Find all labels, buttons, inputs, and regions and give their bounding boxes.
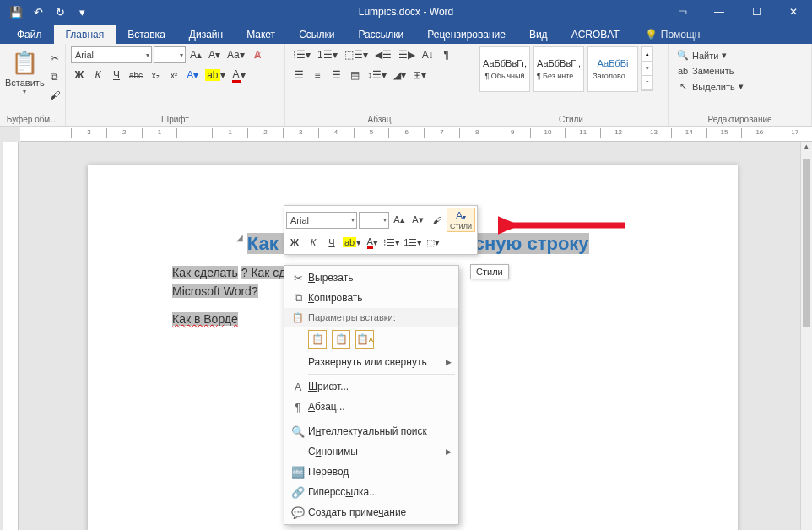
tab-design[interactable]: Дизайн	[177, 25, 235, 44]
underline-button[interactable]: Ч	[108, 67, 125, 84]
multilevel-icon[interactable]: ⬚☰▾	[342, 46, 371, 63]
mini-highlight-icon[interactable]: ab▾	[342, 234, 362, 251]
tab-insert[interactable]: Вставка	[116, 25, 177, 44]
styles-scroll-down-icon[interactable]: ▾	[642, 62, 652, 76]
horizontal-ruler[interactable]: 3211234567891011121314151617	[20, 127, 812, 142]
vertical-scrollbar[interactable]: ▴	[800, 142, 812, 530]
mini-italic-button[interactable]: К	[305, 234, 322, 251]
body-text[interactable]: Как сделать	[172, 266, 238, 279]
tab-home[interactable]: Главная	[54, 25, 116, 44]
numbering-icon[interactable]: 1☰▾	[315, 46, 340, 63]
undo-icon[interactable]: ↶	[29, 3, 47, 21]
grow-font-icon[interactable]: A▴	[187, 46, 204, 63]
ctx-synonyms[interactable]: Синонимы▶	[284, 441, 458, 462]
bullets-icon[interactable]: ⁝☰▾	[290, 46, 313, 63]
save-icon[interactable]: 💾	[7, 3, 25, 21]
mini-grow-font-icon[interactable]: A▴	[391, 212, 408, 229]
mini-bullets-icon[interactable]: ⁝☰▾	[382, 234, 401, 251]
subscript-button[interactable]: x₂	[147, 67, 164, 84]
font-name-combo[interactable]: Arial▾	[71, 46, 152, 63]
font-size-combo[interactable]: ▾	[154, 46, 186, 63]
scrollbar-thumb[interactable]	[803, 159, 810, 327]
ctx-cut[interactable]: ✂Вырезать	[284, 268, 458, 288]
scroll-up-icon[interactable]: ▴	[801, 142, 812, 150]
ctx-copy[interactable]: ⧉Копировать	[284, 288, 458, 308]
mini-underline-button[interactable]: Ч	[323, 234, 340, 251]
italic-button[interactable]: К	[89, 67, 106, 84]
body-text[interactable]: Microsoft Word?	[172, 284, 258, 298]
paste-button[interactable]: 📋 Вставить ▾	[5, 46, 45, 95]
ribbon-options-icon[interactable]: ▭	[663, 0, 701, 24]
strike-button[interactable]: abc	[127, 67, 145, 84]
highlight-icon[interactable]: ab▾	[203, 67, 227, 84]
borders-icon[interactable]: ⊞▾	[410, 67, 429, 84]
ctx-smart-lookup[interactable]: 🔍Интеллектуальный поиск	[284, 421, 458, 441]
ctx-new-comment[interactable]: 💬Создать примечание	[284, 502, 458, 522]
tab-acrobat[interactable]: ACROBAT	[560, 25, 631, 44]
text-effects-icon[interactable]: A▾	[184, 67, 201, 84]
title-bar: 💾 ↶ ↻ ▾ Lumpics.docx - Word ▭ — ☐ ✕	[0, 0, 812, 24]
close-icon[interactable]: ✕	[775, 0, 812, 24]
font-dialog-icon: A	[288, 381, 308, 393]
align-left-icon[interactable]: ☰	[290, 67, 307, 84]
align-center-icon[interactable]: ≡	[309, 67, 326, 84]
redo-icon[interactable]: ↻	[51, 3, 69, 21]
clipboard-icon: 📋	[5, 50, 45, 76]
tab-mailings[interactable]: Рассылки	[346, 25, 415, 44]
paste-text-only-icon[interactable]: 📋A	[355, 330, 374, 349]
style-nospacing[interactable]: АаБбВвГг, ¶ Без инте…	[533, 46, 584, 92]
tell-me-field[interactable]: 💡 Помощн	[638, 25, 707, 44]
ctx-translate[interactable]: 🔤Перевод	[284, 462, 458, 482]
sort-icon[interactable]: A↓	[420, 46, 436, 63]
mini-styles-button[interactable]: A▾ Стили	[447, 208, 475, 232]
mini-font-color-icon[interactable]: A▾	[364, 234, 381, 251]
superscript-button[interactable]: x²	[165, 67, 182, 84]
maximize-icon[interactable]: ☐	[738, 0, 775, 24]
show-marks-icon[interactable]: ¶	[438, 46, 455, 63]
replace-button[interactable]: abЗаменить	[674, 64, 737, 78]
ctx-expand-collapse[interactable]: Развернуть или свернуть▶	[284, 352, 458, 372]
copy-icon[interactable]: ⧉	[46, 68, 63, 85]
mini-size-combo[interactable]: ▾	[359, 212, 389, 229]
styles-gallery-stepper[interactable]: ▴ ▾ ⁼	[641, 46, 653, 91]
mini-font-combo[interactable]: Arial▾	[286, 212, 357, 229]
paste-merge-icon[interactable]: 📋	[332, 330, 350, 349]
qat-customize-icon[interactable]: ▾	[73, 3, 91, 21]
body-text[interactable]: Как в Ворде	[172, 312, 238, 326]
tab-review[interactable]: Рецензирование	[415, 25, 517, 44]
shrink-font-icon[interactable]: A▾	[206, 46, 223, 63]
tab-layout[interactable]: Макет	[235, 25, 287, 44]
bold-button[interactable]: Ж	[71, 67, 88, 84]
tab-file[interactable]: Файл	[5, 25, 54, 44]
styles-expand-icon[interactable]: ⁼	[642, 76, 652, 90]
mini-shrink-font-icon[interactable]: A▾	[409, 212, 426, 229]
format-painter-icon[interactable]: 🖌	[46, 87, 63, 104]
find-button[interactable]: 🔍Найти ▾	[674, 48, 730, 62]
line-spacing-icon[interactable]: ↕☰▾	[365, 67, 389, 84]
style-heading1[interactable]: АаБбВі Заголово…	[587, 46, 638, 92]
select-button[interactable]: ↖Выделить ▾	[674, 79, 747, 94]
justify-icon[interactable]: ▤	[346, 67, 363, 84]
cut-icon[interactable]: ✂	[46, 50, 63, 67]
tab-view[interactable]: Вид	[517, 25, 560, 44]
tab-references[interactable]: Ссылки	[287, 25, 346, 44]
mini-numbering-icon[interactable]: 1☰▾	[403, 234, 423, 251]
font-color-icon[interactable]: A▾	[230, 67, 248, 84]
styles-scroll-up-icon[interactable]: ▴	[642, 47, 652, 62]
minimize-icon[interactable]: —	[701, 0, 738, 24]
mini-bold-button[interactable]: Ж	[286, 234, 303, 251]
decrease-indent-icon[interactable]: ◀☰	[372, 46, 394, 63]
clear-formatting-icon[interactable]: A̷	[249, 46, 266, 63]
mini-format-painter-icon[interactable]: 🖌	[428, 212, 445, 229]
align-right-icon[interactable]: ☰	[328, 67, 344, 84]
change-case-icon[interactable]: Aa▾	[225, 46, 247, 63]
ctx-hyperlink[interactable]: 🔗Гиперссылка...	[284, 482, 458, 502]
vertical-ruler[interactable]	[3, 142, 19, 530]
style-normal[interactable]: АаБбВвГг, ¶ Обычный	[479, 46, 530, 92]
increase-indent-icon[interactable]: ☰▶	[396, 46, 418, 63]
shading-icon[interactable]: ◢▾	[391, 67, 409, 84]
paste-keep-source-icon[interactable]: 📋	[308, 330, 327, 349]
ctx-font[interactable]: AШрифт...	[284, 376, 458, 397]
mini-styles-more-icon[interactable]: ⬚▾	[425, 234, 441, 251]
ctx-paragraph[interactable]: ¶Абзац...	[284, 397, 458, 417]
